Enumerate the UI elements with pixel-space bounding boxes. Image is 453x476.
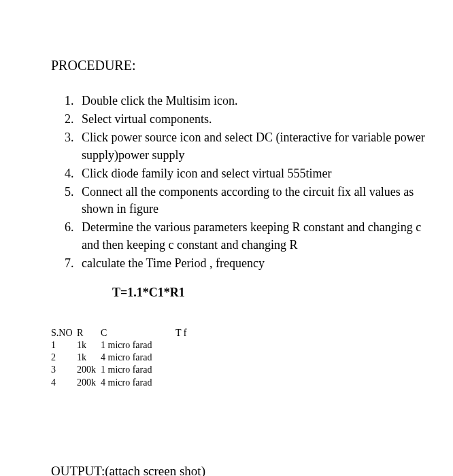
- header-c: C: [101, 327, 175, 339]
- cell-c: 4 micro farad: [101, 377, 175, 389]
- output-label: OUTPUT:(attach screen shot): [51, 464, 426, 476]
- step-text: Double click the Multisim icon.: [82, 94, 237, 107]
- step-text: Click diode family icon and select virtu…: [82, 167, 331, 180]
- cell-r: 1k: [77, 352, 101, 364]
- procedure-step: 4. Click diode family icon and select vi…: [68, 165, 426, 182]
- table-row: 4 200k 4 micro farad: [51, 377, 426, 389]
- step-text: calculate the Time Period , frequency: [82, 256, 265, 270]
- procedure-step: 3. Click power source icon and select DC…: [68, 129, 426, 163]
- table-row: 2 1k 4 micro farad: [51, 352, 426, 364]
- procedure-step: 7. calculate the Time Period , frequency: [68, 255, 426, 272]
- cell-sno: 4: [51, 377, 77, 389]
- table-row: 1 1k 1 micro farad: [51, 339, 426, 352]
- step-number: 4.: [65, 165, 74, 182]
- cell-tf: [175, 364, 203, 376]
- table-header: S.NO R C T f: [51, 327, 426, 339]
- header-sno: S.NO: [51, 327, 77, 339]
- step-number: 6.: [65, 219, 74, 236]
- step-number: 2.: [65, 111, 74, 128]
- cell-sno: 2: [51, 352, 77, 364]
- step-text: Select virtual components.: [82, 112, 212, 126]
- header-tf: T f: [175, 327, 203, 339]
- procedure-step: 1. Double click the Multisim icon.: [68, 92, 426, 109]
- step-number: 5.: [65, 184, 74, 201]
- cell-r: 200k: [77, 377, 101, 389]
- procedure-step: 5. Connect all the components according …: [68, 184, 426, 218]
- cell-r: 200k: [77, 364, 101, 376]
- cell-c: 4 micro farad: [101, 352, 175, 364]
- cell-sno: 1: [51, 339, 77, 352]
- cell-r: 1k: [77, 339, 101, 352]
- header-r: R: [77, 327, 101, 339]
- procedure-list: 1. Double click the Multisim icon. 2. Se…: [51, 92, 426, 272]
- cell-c: 1 micro farad: [101, 364, 175, 376]
- cell-c: 1 micro farad: [101, 339, 175, 352]
- step-text: Determine the various parameters keeping…: [82, 220, 421, 251]
- step-number: 3.: [65, 129, 74, 146]
- procedure-step: 6. Determine the various parameters keep…: [68, 219, 426, 253]
- cell-tf: [175, 352, 203, 364]
- step-number: 1.: [65, 92, 74, 109]
- procedure-heading: PROCEDURE:: [51, 58, 426, 73]
- parameters-table: S.NO R C T f 1 1k 1 micro farad 2 1k 4 m…: [51, 327, 426, 389]
- cell-tf: [175, 377, 203, 389]
- step-number: 7.: [65, 255, 74, 272]
- cell-sno: 3: [51, 364, 77, 376]
- procedure-step: 2. Select virtual components.: [68, 111, 426, 128]
- table-row: 3 200k 1 micro farad: [51, 364, 426, 376]
- formula: T=1.1*C1*R1: [112, 286, 426, 300]
- step-text: Click power source icon and select DC (i…: [82, 131, 425, 161]
- step-text: Connect all the components according to …: [82, 185, 414, 216]
- cell-tf: [175, 339, 203, 352]
